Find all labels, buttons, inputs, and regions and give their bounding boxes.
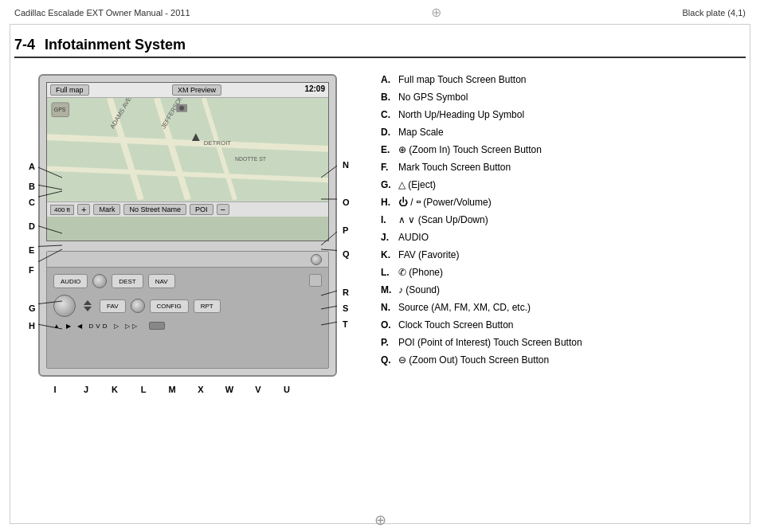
scan-down-icon[interactable] [84,307,92,311]
dest-button[interactable]: DEST [112,274,143,288]
small-knob[interactable] [311,254,322,265]
map-svg: ADAMS AVE JEFFERSON DETROIT NDOTTE ST GP… [47,98,328,200]
svg-text:GPS: GPS [54,107,66,112]
ann-letter-e: E. [381,143,398,157]
label-c: C [29,198,35,207]
ann-text-i: ∧ ∨ (Scan Up/Down) [398,213,746,227]
ann-text-j: AUDIO [398,230,746,244]
annotation-b: B. No GPS Symbol [381,90,746,104]
ann-text-d: Map Scale [398,125,746,139]
header-crosshair: ⊕ [431,5,441,20]
main-content: 7-4 Infotainment System A B C D E F G H … [14,30,746,519]
annotation-j: J. AUDIO [381,230,746,244]
bottom-label-w: W [215,385,244,394]
cp-buttons-row: AUDIO DEST NAV [47,268,328,291]
ann-letter-n: N. [381,300,398,315]
ann-text-k: FAV (Favorite) [398,248,746,262]
header-left: Cadillac Escalade EXT Owner Manual - 201… [14,8,190,18]
bottom-label-l: L [129,385,158,394]
ann-text-m: ♪ (Sound) [398,283,746,297]
label-t: T [343,319,348,329]
ann-letter-l: L. [381,265,398,280]
bottom-label-i: I [38,385,72,394]
rpt-button[interactable]: RPT [194,299,221,313]
annotation-a: A. Full map Touch Screen Button [381,72,746,87]
label-f: F [29,265,34,275]
annotation-q: Q. ⊖ (Zoom Out) Touch Screen Button [381,353,746,367]
full-map-button[interactable]: Full map [50,84,89,96]
annotation-i: I. ∧ ∨ (Scan Up/Down) [381,213,746,227]
label-e: E [29,245,34,255]
header-right: Black plate (4,1) [683,8,746,18]
ann-letter-d: D. [381,125,398,139]
scan-up-icon[interactable] [84,300,92,305]
label-h: H [29,321,35,331]
mark-button[interactable]: Mark [93,204,120,215]
annotation-g: G. △ (Eject) [381,178,746,192]
no-street-button[interactable]: No Street Name [123,204,186,215]
ann-letter-p: P. [381,335,398,350]
ann-letter-g: G. [381,178,398,192]
cp-top-bar [47,252,328,268]
annotation-d: D. Map Scale [381,125,746,139]
nav-button[interactable]: NAV [148,274,175,288]
ann-text-p: POI (Point of Interest) Touch Screen But… [398,335,621,350]
section-number: 7-4 [14,37,35,53]
ann-text-c: North Up/Heading Up Symbol [398,108,746,122]
xm-preview-button[interactable]: XM Preview [172,84,221,96]
annotation-n: N. Source (AM, FM, XM, CD, etc.) [381,300,746,315]
cp-media-row: ▲ ▶ ◀ DVD ▷ ▷▷ [47,320,328,331]
ann-letter-m: M. [381,283,398,297]
svg-text:DETROIT: DETROIT [204,139,232,147]
annotations-list: A. Full map Touch Screen Button B. No GP… [373,66,746,519]
label-s: S [343,303,348,313]
ann-text-q: ⊖ (Zoom Out) Touch Screen Button [398,353,621,367]
ann-text-a: Full map Touch Screen Button [398,72,746,87]
ann-text-h: ⏻ / ▭ (Power/Volume) [398,195,746,209]
ann-letter-b: B. [381,90,398,104]
ann-text-g: △ (Eject) [398,178,746,192]
ann-letter-o: O. [381,318,398,332]
label-a: A [29,162,35,171]
ann-text-e: ⊕ (Zoom In) Touch Screen Button [398,143,746,157]
sound-knob[interactable] [131,299,145,313]
media-icons: ▲ ▶ ◀ DVD ▷ ▷▷ [53,323,139,330]
annotation-o: O. Clock Touch Screen Button [381,318,746,332]
label-p: P [343,225,348,235]
page-header: Cadillac Escalade EXT Owner Manual - 201… [0,0,760,23]
screen-time: 12:09 [304,84,325,96]
annotation-c: C. North Up/Heading Up Symbol [381,108,746,122]
bottom-label-u: U [272,385,301,394]
display-slot [149,322,165,330]
ann-text-l: ✆ (Phone) [398,265,746,280]
bottom-label-j: J [72,385,100,394]
config-button[interactable]: CONFIG [150,299,189,313]
zoom-in-button[interactable]: + [77,204,90,215]
next-icon[interactable] [309,274,322,287]
section-title: Infotainment System [45,37,186,53]
ann-letter-h: H. [381,195,398,209]
label-d: D [29,221,35,231]
screen-topbar: Full map XM Preview 12:09 [47,83,328,98]
bottom-label-x: X [186,385,215,394]
power-volume-knob[interactable] [53,295,76,317]
cp-row2: FAV CONFIG RPT [47,291,328,320]
label-g: G [29,303,36,313]
control-panel: AUDIO DEST NAV FAV [46,251,329,369]
zoom-out-button[interactable]: − [217,204,229,215]
label-o: O [343,198,350,207]
ann-letter-k: K. [381,248,398,262]
poi-button[interactable]: POI [190,204,214,215]
phone-icon [92,274,107,288]
label-r: R [343,288,349,297]
diagram-area: A B C D E F G H N O P Q R S T Full map [14,66,365,519]
fav-button[interactable]: FAV [100,299,126,313]
annotation-f: F. Mark Touch Screen Button [381,160,746,174]
label-q: Q [343,249,350,259]
device-frame: Full map XM Preview 12:09 [38,74,337,377]
audio-button[interactable]: AUDIO [53,274,88,288]
ann-letter-f: F. [381,160,398,174]
label-n: N [343,160,349,170]
screen-bottombar: 400 ft + Mark No Street Name POI − [47,201,328,217]
screen: Full map XM Preview 12:09 [46,82,329,241]
